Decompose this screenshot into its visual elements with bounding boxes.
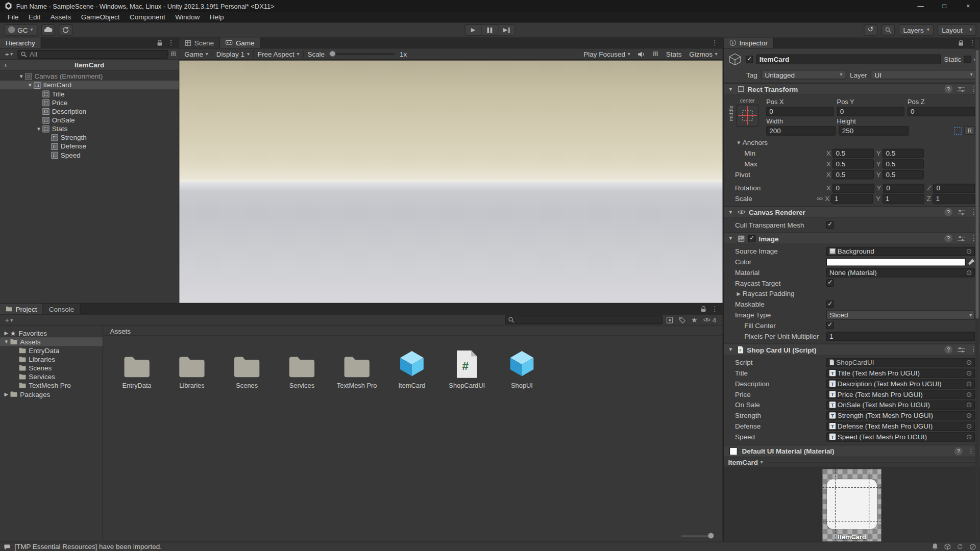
display-dropdown[interactable]: Display 1▾ xyxy=(212,49,253,60)
menu-help[interactable]: Help xyxy=(205,12,229,22)
asset-zoom-knob[interactable] xyxy=(708,533,714,538)
raw-edit-mode-button[interactable]: R xyxy=(964,126,975,135)
tree-item-assets[interactable]: ▼ Assets xyxy=(0,337,103,346)
preview-resize-handle[interactable] xyxy=(768,461,976,462)
project-create-button[interactable]: +▾ xyxy=(3,315,15,324)
image-component-header[interactable]: ▼ Image ? ⋮ xyxy=(724,233,980,244)
menu-assets[interactable]: Assets xyxy=(45,12,76,22)
aspect-ratio-dropdown[interactable]: Free Aspect▾ xyxy=(254,49,303,60)
description-ref-field[interactable]: TDescription (Text Mesh Pro UGUI)⊙ xyxy=(826,379,975,388)
gizmos-dropdown[interactable]: Gizmos▾ xyxy=(685,51,721,58)
tree-item-entrydata[interactable]: EntryData xyxy=(0,346,103,355)
kebab-menu-icon[interactable]: ⋮ xyxy=(711,305,718,313)
layer-dropdown[interactable]: UI▾ xyxy=(871,70,976,79)
step-button[interactable]: ▶ xyxy=(499,24,516,36)
cloud-button[interactable] xyxy=(41,24,55,35)
help-icon[interactable]: ? xyxy=(954,447,963,455)
static-checkbox[interactable] xyxy=(964,56,971,63)
asset-services[interactable]: Services xyxy=(278,343,327,389)
foldout-icon[interactable]: ▼ xyxy=(17,73,25,79)
pivot-x-field[interactable]: 0.5 xyxy=(832,169,873,179)
search-button[interactable] xyxy=(881,24,895,35)
hierarchy-item-title[interactable]: Title xyxy=(0,89,179,98)
hierarchy-create-button[interactable]: +▾ xyxy=(3,49,15,59)
hierarchy-item-defense[interactable]: Defense xyxy=(0,142,179,151)
pivot-y-field[interactable]: 0.5 xyxy=(883,169,923,179)
anchor-max-y-field[interactable]: 0.5 xyxy=(883,159,923,168)
package-icon[interactable] xyxy=(944,543,950,549)
tree-item-packages[interactable]: ▶ Packages xyxy=(0,390,103,398)
preset-icon[interactable] xyxy=(958,209,965,215)
material-field[interactable]: None (Material) ⊙ xyxy=(826,268,975,277)
object-picker-icon[interactable]: ⊙ xyxy=(966,369,972,376)
onsale-ref-field[interactable]: TOnSale (Text Mesh Pro UGUI)⊙ xyxy=(826,400,975,409)
help-icon[interactable]: ? xyxy=(944,208,952,216)
lock-icon[interactable] xyxy=(157,40,162,46)
kebab-menu-icon[interactable]: ⋮ xyxy=(711,39,718,47)
anchor-preset-widget[interactable]: center middle xyxy=(726,97,766,134)
help-icon[interactable]: ? xyxy=(944,345,952,354)
search-by-type-icon[interactable] xyxy=(666,316,673,323)
object-picker-icon[interactable]: ⊙ xyxy=(966,412,972,419)
maskable-checkbox[interactable] xyxy=(826,300,834,308)
fill-center-checkbox[interactable] xyxy=(826,322,834,330)
help-icon[interactable]: ? xyxy=(944,85,952,93)
hierarchy-item-strength[interactable]: Strength xyxy=(0,133,179,142)
rotation-x-field[interactable]: 0 xyxy=(832,183,874,192)
game-menu-dropdown[interactable]: Game▾ xyxy=(181,49,212,60)
preset-icon[interactable] xyxy=(958,235,965,241)
object-picker-icon[interactable]: ⊙ xyxy=(966,402,972,408)
layout-dropdown[interactable]: Layout ▾ xyxy=(938,24,976,35)
hierarchy-search-input[interactable]: All xyxy=(18,49,168,58)
asset-shopcardui-script[interactable]: # ShopCardUI xyxy=(443,343,492,389)
save-search-star-icon[interactable]: ★ xyxy=(691,316,697,324)
preview-selector-dropdown[interactable]: ItemCard ▾ xyxy=(728,458,763,466)
inspector-scrollbar[interactable] xyxy=(975,39,979,540)
menu-gameobject[interactable]: GameObject xyxy=(76,12,125,22)
search-by-label-icon[interactable] xyxy=(679,316,685,323)
hierarchy-item-canvas-environment[interactable]: ▼ Canvas (Environment) xyxy=(0,72,179,81)
kebab-menu-icon[interactable]: ⋮ xyxy=(968,447,974,455)
hierarchy-item-price[interactable]: Price xyxy=(0,98,179,107)
asset-itemcard-prefab[interactable]: ItemCard xyxy=(387,343,436,389)
ppu-multiplier-field[interactable]: 1 xyxy=(826,332,975,341)
tag-dropdown[interactable]: Untagged▾ xyxy=(761,70,846,79)
menu-file[interactable]: File xyxy=(3,12,23,22)
object-picker-icon[interactable]: ⊙ xyxy=(966,433,972,440)
speed-ref-field[interactable]: TSpeed (Text Mesh Pro UGUI)⊙ xyxy=(826,432,975,441)
hierarchy-item-description[interactable]: Description xyxy=(0,107,179,115)
pos-x-field[interactable]: 0 xyxy=(766,107,834,116)
tab-game[interactable]: Game xyxy=(220,37,261,48)
tab-project[interactable]: Project xyxy=(0,304,43,314)
object-picker-icon[interactable]: ⊙ xyxy=(966,359,972,365)
preset-icon[interactable] xyxy=(958,86,965,92)
stats-button[interactable]: Stats xyxy=(663,51,685,58)
hierarchy-item-itemcard[interactable]: ▼ ItemCard xyxy=(0,81,179,89)
progress-icon[interactable] xyxy=(969,543,976,550)
object-picker-icon[interactable]: ⊙ xyxy=(966,269,972,276)
hierarchy-item-onsale[interactable]: OnSale xyxy=(0,116,179,124)
tab-scene[interactable]: Scene xyxy=(179,37,220,48)
play-button[interactable]: ▶ xyxy=(464,24,481,36)
tree-item-scenes[interactable]: Scenes xyxy=(0,364,103,372)
tree-item-services[interactable]: Services xyxy=(0,372,103,381)
bell-icon[interactable] xyxy=(932,543,938,550)
play-focused-dropdown[interactable]: Play Focused▾ xyxy=(580,51,634,58)
asset-zoom-slider[interactable] xyxy=(681,535,713,536)
object-picker-icon[interactable]: ⊙ xyxy=(966,422,972,429)
title-ref-field[interactable]: TTitle (Text Mesh Pro UGUI)⊙ xyxy=(826,368,975,378)
menu-edit[interactable]: Edit xyxy=(23,12,45,22)
project-search-input[interactable] xyxy=(505,315,663,324)
close-button[interactable]: × xyxy=(956,0,980,12)
tree-item-favorites[interactable]: ▶ ★ Favorites xyxy=(0,329,103,337)
prefab-back-button[interactable]: ‹ xyxy=(0,61,11,69)
anchor-min-x-field[interactable]: 0.5 xyxy=(832,148,873,158)
pos-y-field[interactable]: 0 xyxy=(837,107,904,116)
scale-y-field[interactable]: 1 xyxy=(883,194,924,203)
object-picker-icon[interactable]: ⊙ xyxy=(966,380,972,387)
preset-icon[interactable] xyxy=(958,346,965,353)
status-bar[interactable]: [TMP Essential Resources] have been impo… xyxy=(0,542,980,551)
undo-history-button[interactable]: ↺ xyxy=(864,24,877,35)
scale-z-field[interactable]: 1 xyxy=(933,194,975,203)
rotation-y-field[interactable]: 0 xyxy=(883,183,924,192)
